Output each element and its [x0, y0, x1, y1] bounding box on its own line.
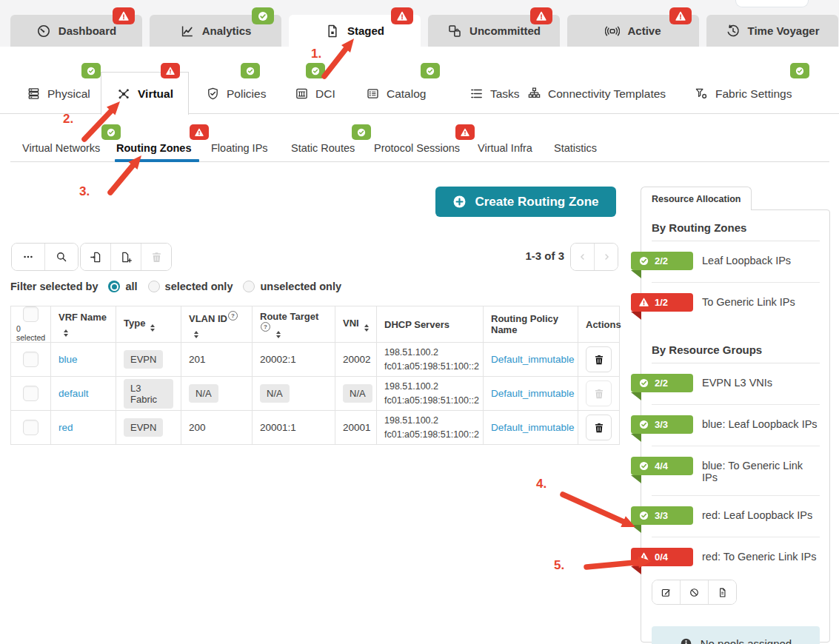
resource-item-label: blue: To Generic Link IPs	[702, 457, 820, 483]
catalog-status-badge	[421, 63, 440, 78]
column-header-vlan-id[interactable]: VLAN ID	[181, 306, 253, 343]
clear-assignments-button[interactable]	[680, 580, 708, 604]
tab-uncommitted[interactable]: Uncommitted	[428, 15, 560, 47]
step-5-label: 5.	[554, 558, 564, 573]
column-label: Route Target	[260, 311, 318, 322]
next-page-button[interactable]	[594, 244, 618, 270]
tab-fabric-settings[interactable]: Fabric Settings	[695, 87, 792, 101]
table-row: blue EVPN 201 20002:1 20002 198.51.100.2…	[11, 343, 620, 377]
column-header-vni[interactable]: VNI	[335, 306, 377, 343]
staged-file-icon	[325, 24, 340, 38]
resource-item-blue-leaf-loopback[interactable]: 3/3 blue: Leaf Loopback IPs	[652, 405, 820, 446]
delete-row-button[interactable]	[586, 415, 612, 440]
resource-item-evpn-l3-vnis[interactable]: 2/2 EVPN L3 VNIs	[652, 363, 820, 405]
select-all-checkbox[interactable]	[23, 306, 39, 322]
check-circle-icon	[795, 67, 804, 76]
tab-routing-zones[interactable]: Routing Zones	[116, 142, 192, 154]
tab-static-routes[interactable]: Static Routes	[291, 142, 355, 154]
check-circle-icon	[357, 128, 366, 137]
tab-virtual-infra[interactable]: Virtual Infra	[478, 142, 532, 154]
tab-staged[interactable]: Staged	[289, 15, 421, 47]
resource-item-blue-to-generic-link[interactable]: 4/4 blue: To Generic Link IPs	[652, 446, 820, 496]
delete-selected-button[interactable]	[141, 244, 171, 270]
check-circle-icon	[107, 128, 116, 137]
filter-label: Filter selected by	[10, 281, 98, 292]
tab-statistics[interactable]: Statistics	[554, 142, 597, 154]
document-icon	[717, 587, 728, 598]
search-button[interactable]	[44, 244, 78, 270]
tab-catalog[interactable]: Catalog	[366, 87, 426, 101]
row-checkbox[interactable]	[23, 386, 39, 401]
routing-policy-link[interactable]: Default_immutable	[491, 422, 575, 433]
column-header-vrf-name[interactable]: VRF Name	[51, 306, 116, 343]
fabric-settings-filter-gear-icon	[695, 87, 709, 101]
delete-row-button[interactable]	[586, 346, 612, 372]
resource-item-to-generic-link[interactable]: 1/2 To Generic Link IPs	[652, 283, 820, 323]
create-routing-zone-button[interactable]: Create Routing Zone	[435, 187, 616, 217]
active-broadcast-icon	[605, 24, 620, 38]
info-icon	[680, 637, 692, 644]
tab-label: Staged	[347, 24, 384, 37]
row-checkbox[interactable]	[23, 420, 39, 435]
check-circle-icon	[311, 67, 320, 76]
filter-option-selected-only[interactable]: selected only	[148, 281, 233, 292]
filter-option-unselected-only[interactable]: unselected only	[243, 281, 341, 292]
vrf-link[interactable]: default	[59, 388, 89, 399]
previous-page-button[interactable]	[571, 244, 594, 270]
vlan-value: 200	[189, 422, 206, 433]
no-pools-message: No pools assigned	[701, 637, 792, 644]
row-checkbox[interactable]	[23, 352, 39, 367]
add-document-button[interactable]	[110, 244, 141, 270]
resource-item-red-to-generic-link[interactable]: 0/4 red: To Generic Link IPs	[652, 537, 820, 578]
warning-triangle-icon	[397, 11, 407, 21]
ribbon-count: 0/4	[655, 551, 668, 563]
route-target-value: 20002:1	[260, 354, 296, 365]
tab-policies[interactable]: Policies	[206, 87, 266, 101]
column-label: Actions	[586, 319, 621, 330]
tab-physical[interactable]: Physical	[27, 87, 90, 101]
view-report-button[interactable]	[708, 580, 736, 604]
tab-dashboard[interactable]: Dashboard	[10, 15, 142, 47]
ok-ribbon-badge: 2/2	[631, 374, 693, 392]
tab-tasks[interactable]: Tasks	[469, 87, 520, 101]
column-header-type[interactable]: Type	[116, 306, 181, 343]
routing-policy-link[interactable]: Default_immutable	[491, 354, 575, 365]
tab-protocol-sessions[interactable]: Protocol Sessions	[374, 142, 460, 154]
tab-connectivity-templates[interactable]: Connectivity Templates	[527, 87, 666, 101]
tab-label: Virtual	[138, 87, 173, 101]
resource-item-red-leaf-loopback[interactable]: 3/3 red: Leaf Loopback IPs	[652, 496, 820, 537]
tab-dci[interactable]: DCI	[295, 87, 335, 101]
tab-floating-ips[interactable]: Floating IPs	[211, 142, 268, 154]
edit-assignments-button[interactable]	[652, 580, 680, 604]
dhcp-ipv6: fc01:a05:198:51:100::2	[384, 394, 475, 407]
resource-item-label: blue: Leaf Loopback IPs	[702, 415, 818, 430]
ribbon-count: 3/3	[655, 419, 668, 430]
resource-item-leaf-loopback[interactable]: 2/2 Leaf Loopback IPs	[652, 241, 820, 283]
tab-time-voyager[interactable]: Time Voyager	[706, 15, 838, 47]
vni-pill: N/A	[343, 384, 372, 403]
resource-allocation-tab[interactable]: Resource Allocation	[641, 187, 752, 210]
routing-policy-link[interactable]: Default_immutable	[491, 388, 575, 399]
pagination-summary: 1-3 of 3	[474, 249, 564, 262]
tab-analytics[interactable]: Analytics	[150, 15, 281, 47]
physical-rack-icon	[27, 87, 41, 101]
delete-row-button-disabled[interactable]	[586, 380, 612, 406]
vrf-link[interactable]: red	[59, 422, 73, 433]
tab-active[interactable]: Active	[567, 15, 699, 47]
help-icon[interactable]	[261, 322, 270, 332]
tab-virtual-networks[interactable]: Virtual Networks	[22, 142, 100, 154]
more-options-button[interactable]	[12, 244, 44, 270]
column-header-route-target[interactable]: Route Target	[253, 306, 335, 343]
chevron-right-icon	[601, 252, 612, 262]
help-icon[interactable]	[228, 311, 238, 321]
resource-item-label: To Generic Link IPs	[702, 293, 795, 308]
ribbon-count: 2/2	[655, 255, 668, 266]
sort-icon	[150, 324, 155, 332]
radio-selected-icon	[108, 281, 120, 292]
tab-label: Statistics	[554, 142, 597, 154]
filter-option-all[interactable]: all	[108, 281, 137, 292]
export-document-button[interactable]	[81, 244, 110, 270]
vrf-link[interactable]: blue	[59, 354, 78, 365]
warning-triangle-icon	[166, 67, 175, 76]
ribbon-count: 2/2	[655, 378, 668, 389]
